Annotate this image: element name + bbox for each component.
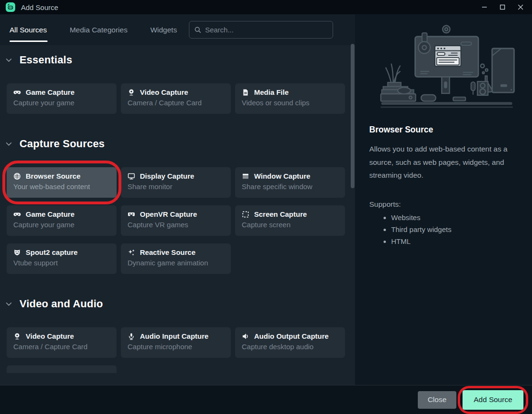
speaker-icon xyxy=(242,333,249,340)
tile-description: Share specific window xyxy=(242,182,338,191)
source-tile-audio-input-capture[interactable]: Audio Input CaptureCapture microphone xyxy=(121,327,231,358)
add-source-button[interactable]: Add Source xyxy=(463,390,523,410)
tile-description: Capture screen xyxy=(242,221,338,229)
tile-title: Audio Input Capture xyxy=(140,332,208,340)
tile-title: Window Capture xyxy=(254,172,310,180)
tile-description: Capture your game xyxy=(13,221,110,229)
maximize-icon[interactable] xyxy=(499,4,506,10)
tile-description: Camera / Capture Card xyxy=(13,343,110,351)
source-tile-window-capture[interactable]: Window CaptureShare specific window xyxy=(235,167,345,198)
source-tile-audio-output-capture[interactable]: Audio Output CaptureCapture desktop audi… xyxy=(235,327,345,358)
mask-icon xyxy=(13,249,21,256)
tile-description: Videos or sound clips xyxy=(242,99,338,107)
tile-grid: Game CaptureCapture your gameVideo Captu… xyxy=(7,83,355,114)
tile-description: Vtube support xyxy=(13,259,110,267)
tile-description: Dynamic game animation xyxy=(128,259,224,267)
source-tile-reactive-source[interactable]: Reactive SourceDynamic game animation xyxy=(121,243,231,274)
search-icon xyxy=(194,26,201,33)
tile-description: Share monitor xyxy=(128,182,224,191)
globe-icon xyxy=(13,172,21,180)
source-tile-game-capture[interactable]: Game CaptureCapture your game xyxy=(7,205,117,236)
supports-item-html: HTML xyxy=(391,237,520,245)
section-header-essentials[interactable]: Essentials xyxy=(7,54,355,66)
tab-bar: All SourcesMedia CategoriesWidgets xyxy=(0,14,355,45)
source-tile-display-capture[interactable]: Display CaptureShare monitor xyxy=(121,167,231,198)
webcam-icon xyxy=(128,89,135,96)
tabs: All SourcesMedia CategoriesWidgets xyxy=(10,26,177,34)
section-capture-sources: Capture SourcesBrowser SourceYour web-ba… xyxy=(7,138,355,274)
tile-title: Audio Output Capture xyxy=(254,332,329,340)
scrollbar-thumb[interactable] xyxy=(351,44,355,188)
monitor-icon xyxy=(128,172,135,180)
media-file-icon xyxy=(242,89,249,96)
section-header-capture-sources[interactable]: Capture Sources xyxy=(7,138,355,150)
tile-description: Capture your game xyxy=(13,99,110,107)
streamlabs-logo-icon xyxy=(6,2,15,12)
tab-all-sources[interactable]: All Sources xyxy=(10,26,47,34)
tile-title: Video Capture xyxy=(26,332,74,340)
tile-description: Capture VR games xyxy=(128,221,224,229)
source-list: EssentialsGame CaptureCapture your gameV… xyxy=(0,45,355,385)
footer-bar: Close Add Source xyxy=(0,385,532,414)
chevron-down-icon xyxy=(6,58,12,62)
close-button[interactable]: Close xyxy=(418,391,456,409)
desk-illustration xyxy=(369,21,521,118)
tab-widgets[interactable]: Widgets xyxy=(150,26,177,34)
supports-item-third-party-widgets: Third party widgets xyxy=(391,225,520,233)
source-tile-video-capture[interactable]: Video CaptureCamera / Capture Card xyxy=(7,327,117,358)
source-tile-game-capture[interactable]: Game CaptureCapture your game xyxy=(7,83,117,114)
tile-title: Spout2 capture xyxy=(26,248,78,256)
source-tile-screen-capture[interactable]: Screen CaptureCapture screen xyxy=(235,205,345,236)
screen-region-icon xyxy=(242,211,249,218)
search-input[interactable] xyxy=(205,26,328,34)
chevron-down-icon xyxy=(6,142,12,146)
tile-title: Browser Source xyxy=(26,172,80,180)
supports-item-websites: Websites xyxy=(391,213,520,222)
tile-description: Your web-based content xyxy=(13,182,110,191)
detail-description: Allows you to add web-based content as a… xyxy=(369,142,520,182)
tile-title: Game Capture xyxy=(26,210,75,218)
chevron-down-icon xyxy=(6,302,12,306)
window-icon xyxy=(242,172,249,180)
webcam-icon xyxy=(13,333,21,340)
tile-description: Camera / Capture Card xyxy=(128,99,224,107)
main-area: All SourcesMedia CategoriesWidgets Essen… xyxy=(0,14,532,385)
source-tile-openvr-capture[interactable]: OpenVR CaptureCapture VR games xyxy=(121,205,231,236)
tile-description: Capture microphone xyxy=(128,343,224,351)
tab-media-categories[interactable]: Media Categories xyxy=(69,26,127,34)
vr-headset-icon xyxy=(128,211,135,218)
gamepad-icon xyxy=(13,89,21,96)
minimize-icon[interactable] xyxy=(481,4,488,10)
gamepad-icon xyxy=(13,211,21,218)
tile-title: OpenVR Capture xyxy=(140,210,197,218)
sparkles-icon xyxy=(128,249,135,256)
supports-label: Supports: xyxy=(369,200,520,209)
detail-title: Browser Source xyxy=(369,125,520,135)
section-video-and-audio: Video and AudioVideo CaptureCamera / Cap… xyxy=(7,298,355,373)
add-source-window: Add Source All SourcesMedia CategoriesWi… xyxy=(0,0,532,414)
source-tile-browser-source[interactable]: Browser SourceYour web-based content xyxy=(7,167,117,198)
detail-panel: Browser Source Allows you to add web-bas… xyxy=(355,14,532,385)
source-tile-clipped[interactable] xyxy=(7,365,117,373)
section-essentials: EssentialsGame CaptureCapture your gameV… xyxy=(7,54,355,114)
source-tile-video-capture[interactable]: Video CaptureCamera / Capture Card xyxy=(121,83,231,114)
section-title: Capture Sources xyxy=(20,138,105,150)
tile-grid: Video CaptureCamera / Capture CardAudio … xyxy=(7,327,355,373)
tile-title: Screen Capture xyxy=(254,210,307,218)
source-browser: All SourcesMedia CategoriesWidgets Essen… xyxy=(0,14,355,385)
section-header-video-and-audio[interactable]: Video and Audio xyxy=(7,298,355,310)
close-icon[interactable] xyxy=(517,4,524,10)
tile-title: Media File xyxy=(254,88,289,96)
tile-title: Game Capture xyxy=(26,88,75,96)
tile-title: Video Capture xyxy=(140,88,188,96)
tile-grid: Browser SourceYour web-based contentDisp… xyxy=(7,167,355,274)
window-controls xyxy=(481,4,532,10)
search-box[interactable] xyxy=(189,21,333,39)
section-title: Essentials xyxy=(20,54,72,66)
source-tile-spout2-capture[interactable]: Spout2 captureVtube support xyxy=(7,243,117,274)
tile-title: Reactive Source xyxy=(140,248,196,256)
window-title: Add Source xyxy=(21,3,58,11)
source-tile-media-file[interactable]: Media FileVideos or sound clips xyxy=(235,83,345,114)
section-title: Video and Audio xyxy=(20,298,103,310)
supports-list: WebsitesThird party widgetsHTML xyxy=(369,213,520,245)
